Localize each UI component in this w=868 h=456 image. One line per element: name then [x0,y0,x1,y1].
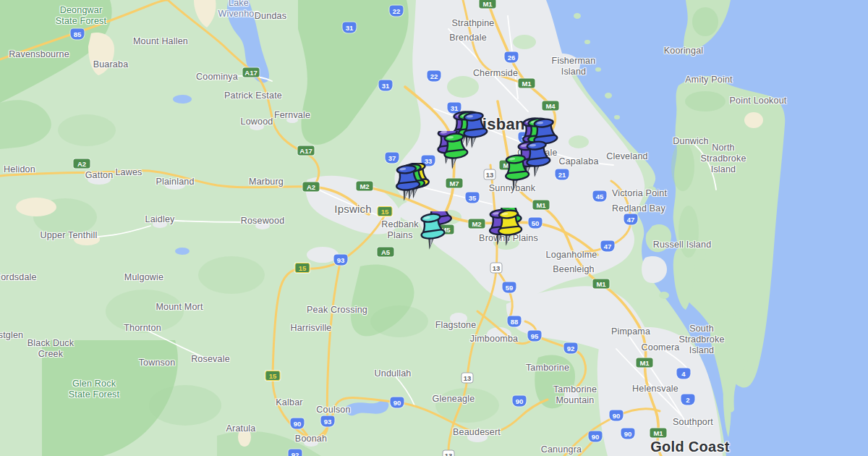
pin-browns-plains[interactable] [486,208,532,256]
pin-sunnybank-pushpin-icon[interactable] [493,153,540,200]
pin-redbank-plains-pushpin-icon[interactable] [409,211,455,259]
route-shield-88: 88 [508,316,522,327]
route-shield-47: 47 [624,214,638,225]
route-shield-45: 45 [593,191,607,202]
route-shield-26: 26 [505,52,519,63]
route-shield-m1: M1 [533,200,550,210]
route-shield-93: 93 [321,416,335,427]
route-shield-59: 59 [503,282,516,293]
route-shield-a2: A2 [303,182,320,192]
route-shield-m1: M1 [593,279,610,289]
route-shield-15: 15 [295,263,310,273]
route-shield-m1: M1 [637,358,653,368]
route-shield-31: 31 [379,80,393,91]
route-shield-92: 92 [564,343,578,354]
route-shield-90: 90 [610,410,624,421]
route-shield-m1: M1 [480,0,496,9]
route-shield-13: 13 [461,373,474,384]
route-shield-35: 35 [466,193,480,203]
route-shield-90: 90 [589,431,603,442]
route-shield-92: 92 [289,449,302,456]
route-shield-31: 31 [343,22,357,33]
route-shield-93: 93 [334,255,348,266]
pin-brisbane-west[interactable] [432,131,478,179]
route-shield-m7: M7 [446,179,463,188]
route-shield-m4: M4 [542,101,559,111]
route-shield-a2: A2 [74,159,90,169]
route-shield-m1: M1 [650,428,667,438]
route-shield-85: 85 [71,29,85,40]
route-shield-22: 22 [427,71,441,82]
route-shield-a5: A5 [378,248,394,257]
route-shield-m1: M1 [519,79,535,88]
route-shield-m2: M2 [357,182,373,191]
route-shield-13: 13 [443,450,455,456]
route-shield-90: 90 [291,418,305,429]
route-shield-15: 15 [265,371,281,381]
map-viewport[interactable]: Deongwar State ForestRavensbourneMount H… [0,0,868,456]
pin-ipswich[interactable] [384,163,430,211]
pin-ipswich-pushpin-icon[interactable] [384,163,430,211]
route-shield-4: 4 [677,368,691,379]
route-shield-a17: A17 [298,146,315,156]
pin-brisbane-west-pushpin-icon[interactable] [432,131,478,179]
route-shield-90: 90 [621,428,635,439]
route-shield-22: 22 [390,6,404,17]
pin-sunnybank[interactable] [493,153,540,200]
pin-redbank-plains[interactable] [409,211,455,259]
route-shield-m2: M2 [469,219,485,229]
route-shield-47: 47 [601,241,615,252]
route-shield-2: 2 [681,394,695,405]
route-shield-90: 90 [391,397,404,408]
route-shield-37: 37 [386,153,399,164]
route-shield-95: 95 [528,331,542,342]
route-shield-a17: A17 [243,68,260,77]
route-shield-90: 90 [513,396,527,407]
pin-browns-plains-pushpin-icon[interactable] [486,208,532,256]
route-shield-13: 13 [490,263,503,274]
